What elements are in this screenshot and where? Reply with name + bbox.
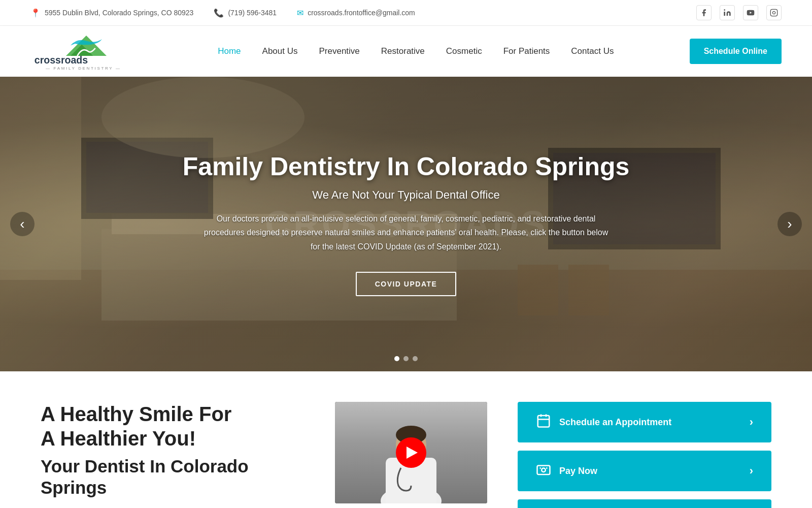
hero-content: Family Dentistry In Colorado Springs We … [0,77,812,371]
svg-rect-1 [770,9,777,16]
main-left-content: A Healthy Smile For A Healthier You! You… [41,402,304,508]
main-subheadline: Your Dentist In Colorado Springs [41,456,304,498]
social-links [696,5,782,20]
svg-point-0 [724,9,725,11]
svg-point-30 [542,468,546,472]
pay-now-label: Pay Now [559,466,741,477]
svg-text:— FAMILY DENTISTRY —: — FAMILY DENTISTRY — [46,66,121,71]
payment-icon [536,462,551,481]
nav-home[interactable]: Home [210,41,249,61]
svg-rect-29 [537,465,550,474]
hero-dot-1[interactable] [394,356,399,361]
logo[interactable]: crossroads — FAMILY DENTISTRY — [30,31,142,72]
schedule-appointment-button[interactable]: Schedule an Appointment › [518,402,771,442]
hero-next-button[interactable]: › [777,212,802,236]
main-headline: A Healthy Smile For A Healthier You! [41,402,304,451]
location-icon: 📍 [30,8,41,18]
pay-now-button[interactable]: Pay Now › [518,451,771,491]
address-text: 5955 Dublin Blvd, Colorado Springs, CO 8… [45,9,193,17]
email-item[interactable]: ✉ crossroads.frontoffice@gmail.com [297,8,415,18]
phone-text: (719) 596-3481 [228,9,277,17]
apply-carecredit-button[interactable]: Apply for CareCredit › [518,499,771,508]
play-button[interactable] [396,437,426,468]
phone-item[interactable]: 📞 (719) 596-3481 [214,8,277,18]
hero-subtitle: We Are Not Your Typical Dental Office [312,188,499,202]
hero-dots [394,356,418,361]
youtube-icon[interactable] [743,5,758,20]
nav-for-patients[interactable]: For Patients [495,41,558,61]
hero-dot-3[interactable] [413,356,418,361]
play-icon [407,447,418,459]
nav-restorative[interactable]: Restorative [373,41,433,61]
svg-rect-25 [538,416,550,427]
nav-preventive[interactable]: Preventive [311,41,368,61]
address-item: 📍 5955 Dublin Blvd, Colorado Springs, CO… [30,8,193,18]
video-thumbnail[interactable] [335,402,487,503]
action-buttons: Schedule an Appointment › Pay Now › Appl… [518,402,771,508]
nav-contact[interactable]: Contact Us [563,41,622,61]
calendar-icon [536,413,551,432]
schedule-online-button[interactable]: Schedule Online [690,39,782,64]
svg-text:crossroads: crossroads [35,54,88,66]
email-text: crossroads.frontoffice@gmail.com [308,9,415,17]
main-content: A Healthy Smile For A Healthier You! You… [0,371,812,508]
email-icon: ✉ [297,8,303,18]
header: crossroads — FAMILY DENTISTRY — Home Abo… [0,26,812,77]
nav-cosmetic[interactable]: Cosmetic [438,41,490,61]
schedule-appointment-label: Schedule an Appointment [559,417,741,428]
covid-update-button[interactable]: COVID UPDATE [356,272,457,296]
hero-prev-button[interactable]: ‹ [10,212,35,236]
top-bar-contact: 📍 5955 Dublin Blvd, Colorado Springs, CO… [30,8,415,18]
video-section [335,402,487,503]
nav-about[interactable]: About Us [254,41,306,61]
top-bar: 📍 5955 Dublin Blvd, Colorado Springs, CO… [0,0,812,26]
hero-dot-2[interactable] [403,356,409,361]
hero-section: CROSSROADS ‹ Family Dentistry In Colorad… [0,77,812,371]
arrow-right-icon-2: › [750,464,753,478]
arrow-right-icon: › [750,416,753,429]
instagram-icon[interactable] [766,5,782,20]
linkedin-icon[interactable] [720,5,735,20]
main-nav: Home About Us Preventive Restorative Cos… [210,41,622,61]
phone-icon: 📞 [214,8,224,18]
facebook-icon[interactable] [696,5,712,20]
hero-description: Our doctors provide an all-inclusive sel… [203,212,609,253]
hero-title: Family Dentistry In Colorado Springs [183,152,630,181]
